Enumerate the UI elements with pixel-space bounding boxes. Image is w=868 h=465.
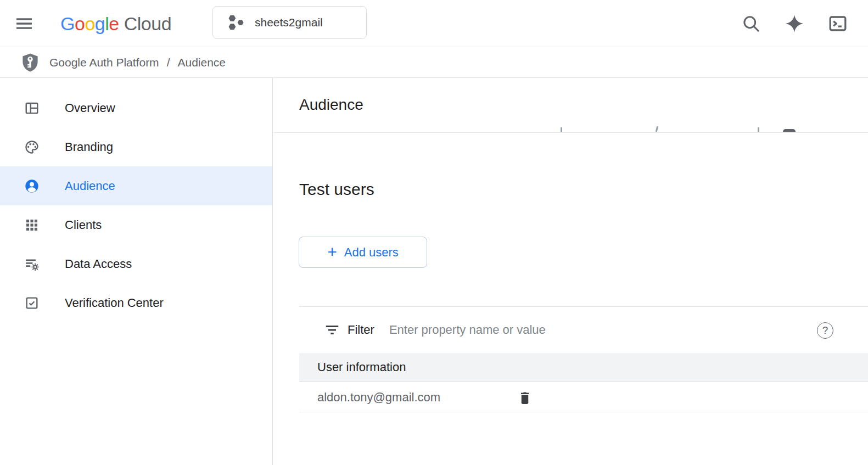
search-button[interactable] — [738, 11, 764, 36]
clipped-content-fragment — [758, 127, 759, 132]
logo-letter: o — [75, 13, 85, 35]
page-title: Audience — [299, 96, 363, 114]
project-selector[interactable]: sheets2gmail — [212, 6, 367, 39]
clipped-content-fragment — [783, 129, 796, 132]
add-users-button[interactable]: + Add users — [299, 237, 427, 268]
overview-icon — [24, 100, 40, 116]
data-access-icon — [24, 256, 40, 272]
gcp-console-page: G o o g l e Cloud sheets2gmail — [0, 0, 868, 465]
sidebar-item-verification-center[interactable]: Verification Center — [0, 283, 272, 322]
breadcrumb: Google Auth Platform / Audience — [0, 48, 868, 78]
table-row: aldon.tony@gmail.com — [299, 383, 868, 412]
search-icon — [741, 14, 761, 33]
breadcrumb-separator: / — [167, 56, 170, 69]
filter-input[interactable] — [389, 323, 697, 337]
sidebar-item-branding[interactable]: Branding — [0, 127, 272, 166]
project-name: sheets2gmail — [255, 16, 323, 29]
add-users-label: Add users — [344, 245, 399, 260]
filter-bar: Filter ? — [299, 306, 868, 353]
google-cloud-logo[interactable]: G o o g l e Cloud — [60, 0, 171, 47]
sidebar-item-label: Audience — [65, 179, 115, 193]
project-hexagons-icon — [226, 13, 246, 32]
cloud-shell-button[interactable] — [825, 11, 850, 36]
verification-center-icon — [24, 295, 40, 311]
filter-icon[interactable] — [324, 322, 340, 338]
gemini-sparkle-icon — [785, 14, 804, 33]
hamburger-menu-button[interactable] — [11, 12, 37, 35]
column-header-user-information: User information — [317, 360, 406, 374]
breadcrumb-item-audience: Audience — [177, 56, 226, 69]
clipped-content-fragment — [656, 126, 658, 132]
sidebar-item-label: Data Access — [65, 257, 132, 271]
logo-letter: G — [60, 13, 75, 35]
logo-letter: l — [105, 13, 109, 35]
sidebar-item-label: Verification Center — [65, 296, 164, 310]
clients-grid-icon — [24, 217, 40, 233]
sidebar-item-audience[interactable]: Audience — [0, 166, 272, 205]
breadcrumb-item-google-auth-platform[interactable]: Google Auth Platform — [49, 56, 159, 69]
gemini-button[interactable] — [782, 11, 807, 36]
cloud-shell-icon — [828, 14, 848, 33]
branding-palette-icon — [24, 139, 40, 155]
plus-icon: + — [327, 244, 337, 260]
test-user-email: aldon.tony@gmail.com — [317, 390, 499, 405]
sidebar-item-data-access[interactable]: Data Access — [0, 244, 272, 283]
sidebar-item-clients[interactable]: Clients — [0, 205, 272, 244]
sidebar-item-label: Clients — [65, 218, 102, 232]
question-mark-icon: ? — [822, 324, 828, 336]
logo-letter: e — [109, 13, 119, 35]
logo-letter: o — [85, 13, 94, 35]
delete-user-button[interactable] — [515, 388, 535, 407]
auth-shield-key-icon — [20, 52, 41, 74]
filter-label: Filter — [348, 323, 374, 337]
audience-person-icon — [24, 178, 40, 194]
test-users-heading: Test users — [299, 180, 374, 199]
trash-icon — [517, 389, 533, 406]
main-header: Audience — [273, 78, 868, 133]
sidebar-item-overview[interactable]: Overview — [0, 88, 272, 127]
table-header-row: User information — [299, 353, 868, 382]
logo-letter: g — [95, 13, 105, 35]
sidebar-item-label: Overview — [65, 101, 115, 115]
sidebar-item-label: Branding — [65, 140, 113, 154]
top-bar: G o o g l e Cloud sheets2gmail — [0, 0, 868, 47]
hamburger-icon — [13, 15, 36, 32]
main-content: Audience Test users + Add users Filter ? — [273, 78, 868, 465]
sidebar-nav: Overview Branding Audience Cl — [0, 78, 273, 465]
clipped-content-fragment — [561, 127, 562, 132]
logo-cloud-word: Cloud — [124, 13, 171, 35]
help-button[interactable]: ? — [817, 322, 833, 339]
